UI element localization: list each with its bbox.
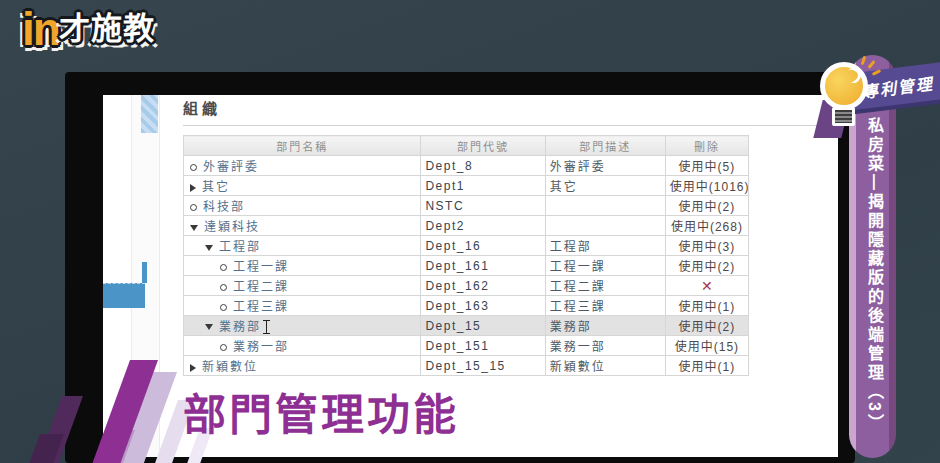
delete-x-icon[interactable]: ✕: [701, 278, 713, 294]
dept-name-link[interactable]: 業務部: [219, 320, 261, 334]
dept-desc-cell: 業務部: [545, 316, 665, 336]
dept-desc-cell: [545, 196, 665, 216]
brand-logo: in才施教: [22, 2, 155, 56]
tree-expanded-icon[interactable]: [205, 324, 213, 330]
dept-code-cell: Dept_15: [421, 316, 545, 336]
in-use-status[interactable]: 使用中(2): [679, 320, 736, 334]
dept-code-cell: Dept2: [421, 216, 545, 236]
dept-code-cell: Dept_151: [421, 336, 545, 356]
table-row: 業務一部Dept_151業務一部使用中(15): [184, 336, 749, 356]
brand-logo-accent: in: [22, 3, 59, 55]
dept-desc-cell: 工程三課: [545, 296, 665, 316]
column-header[interactable]: 刪除: [665, 136, 748, 156]
spark-icon: [872, 69, 881, 76]
dept-desc-cell: 工程部: [545, 236, 665, 256]
in-use-status[interactable]: 使用中(1016): [670, 180, 749, 194]
dept-name-link[interactable]: 工程一課: [233, 260, 289, 274]
tree-collapsed-icon[interactable]: [190, 364, 196, 372]
dept-name-link[interactable]: 新穎數位: [202, 360, 258, 374]
spark-icon: [867, 60, 875, 69]
tree-leaf-icon[interactable]: [220, 344, 227, 351]
dept-code-cell: Dept1: [421, 176, 545, 196]
slide-background: in才施教 組織 部門名稱部門代號部門描述刪除 外審評委Dept_8外審評委使用…: [0, 0, 940, 463]
table-row: 科技部NSTC使用中(2): [184, 196, 749, 216]
tree-expanded-icon[interactable]: [190, 225, 198, 231]
dept-name-link[interactable]: 達穎科技: [204, 220, 260, 234]
table-header-row: 部門名稱部門代號部門描述刪除: [184, 136, 749, 156]
nav-fragment-top: [141, 95, 158, 133]
dept-code-cell: NSTC: [421, 196, 545, 216]
table-row: 達穎科技Dept2使用中(268): [184, 216, 749, 236]
dept-name-link[interactable]: 其它: [202, 180, 230, 194]
in-use-status[interactable]: 使用中(268): [671, 220, 743, 234]
dept-desc-cell: [545, 216, 665, 236]
in-use-status[interactable]: 使用中(2): [679, 260, 736, 274]
in-use-status[interactable]: 使用中(1): [679, 360, 736, 374]
in-use-status[interactable]: 使用中(5): [679, 160, 736, 174]
brand-logo-text: 才施教: [59, 11, 155, 46]
dept-name-link[interactable]: 工程部: [219, 240, 261, 254]
dept-desc-cell: 業務一部: [545, 336, 665, 356]
lightbulb-icon: [814, 56, 884, 151]
dept-name-link[interactable]: 業務一部: [233, 340, 289, 354]
dept-code-cell: Dept_162: [421, 276, 545, 296]
dept-desc-cell: 外審評委: [545, 156, 665, 176]
table-row: 其它Dept1其它使用中(1016): [184, 176, 749, 196]
dept-name-link[interactable]: 科技部: [203, 200, 245, 214]
dept-desc-cell: 其它: [545, 176, 665, 196]
nav-fragment-block[interactable]: [103, 283, 145, 308]
table-row: 工程部Dept_16工程部使用中(3): [184, 236, 749, 256]
dept-name-link[interactable]: 外審評委: [203, 160, 259, 174]
slide-title: 部門管理功能: [183, 380, 459, 442]
tree-expanded-icon[interactable]: [205, 245, 213, 251]
nav-fragment-bar: [142, 262, 147, 283]
dept-code-cell: Dept_15_15: [421, 356, 545, 376]
table-row: 外審評委Dept_8外審評委使用中(5): [184, 156, 749, 176]
column-header[interactable]: 部門描述: [545, 136, 665, 156]
divider: [183, 125, 836, 126]
dept-desc-cell: 新穎數位: [545, 356, 665, 376]
bulb-base: [832, 107, 855, 126]
dept-code-cell: Dept_16: [421, 236, 545, 256]
dept-name-link[interactable]: 工程二課: [233, 280, 289, 294]
in-use-status[interactable]: 使用中(1): [679, 300, 736, 314]
dept-name-link[interactable]: 工程三課: [233, 300, 289, 314]
bulb-globe: [820, 62, 868, 110]
tree-leaf-icon[interactable]: [220, 284, 227, 291]
dept-code-cell: Dept_8: [421, 156, 545, 176]
tree-leaf-icon[interactable]: [220, 304, 227, 311]
topic-ribbon-text: 私房菜—揭開隱藏版的後端管理（3）: [862, 117, 886, 433]
dept-desc-cell: 工程一課: [545, 256, 665, 276]
in-use-status[interactable]: 使用中(3): [679, 240, 736, 254]
table-row: 業務部Dept_15業務部使用中(2): [184, 316, 749, 336]
tree-collapsed-icon[interactable]: [190, 184, 196, 192]
department-table: 部門名稱部門代號部門描述刪除 外審評委Dept_8外審評委使用中(5)其它Dep…: [183, 135, 749, 376]
column-header[interactable]: 部門名稱: [184, 136, 421, 156]
table-row: 工程一課Dept_161工程一課使用中(2): [184, 256, 749, 276]
table-row: 新穎數位Dept_15_15新穎數位使用中(1): [184, 356, 749, 376]
column-header[interactable]: 部門代號: [421, 136, 545, 156]
tree-leaf-icon[interactable]: [220, 264, 227, 271]
page-title: 組織: [183, 97, 221, 118]
tree-leaf-icon[interactable]: [190, 164, 197, 171]
dept-desc-cell: 工程二課: [545, 276, 665, 296]
dept-code-cell: Dept_161: [421, 256, 545, 276]
dept-code-cell: Dept_163: [421, 296, 545, 316]
tree-leaf-icon[interactable]: [190, 204, 197, 211]
text-cursor: [263, 320, 270, 334]
in-use-status[interactable]: 使用中(2): [679, 200, 736, 214]
table-row: 工程二課Dept_162工程二課✕: [184, 276, 749, 296]
in-use-status[interactable]: 使用中(15): [675, 340, 739, 354]
table-row: 工程三課Dept_163工程三課使用中(1): [184, 296, 749, 316]
spark-icon: [861, 56, 867, 65]
